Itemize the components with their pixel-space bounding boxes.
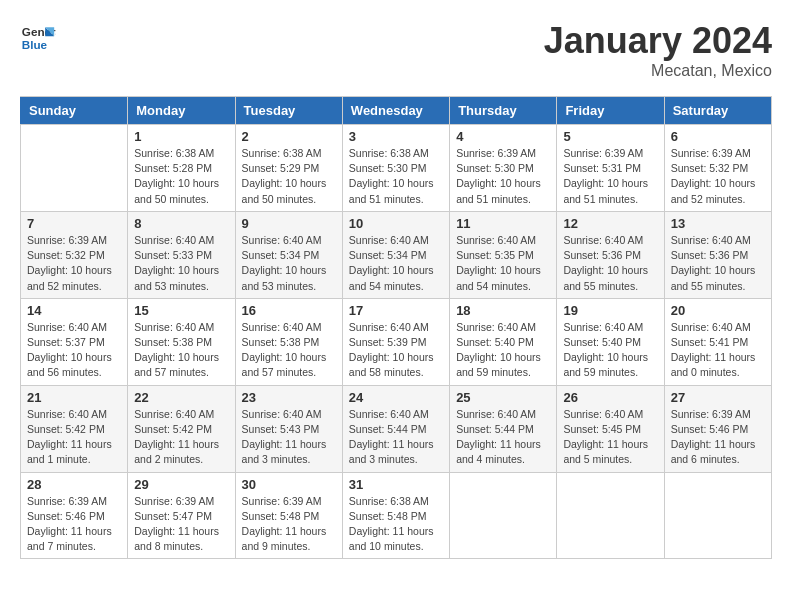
calendar-cell: 31Sunrise: 6:38 AM Sunset: 5:48 PM Dayli…: [342, 472, 449, 559]
calendar-header-row: SundayMondayTuesdayWednesdayThursdayFrid…: [21, 97, 772, 125]
calendar-week-3: 14Sunrise: 6:40 AM Sunset: 5:37 PM Dayli…: [21, 298, 772, 385]
day-info: Sunrise: 6:40 AM Sunset: 5:38 PM Dayligh…: [134, 320, 228, 381]
day-info: Sunrise: 6:40 AM Sunset: 5:34 PM Dayligh…: [349, 233, 443, 294]
calendar-body: 1Sunrise: 6:38 AM Sunset: 5:28 PM Daylig…: [21, 125, 772, 559]
day-info: Sunrise: 6:40 AM Sunset: 5:45 PM Dayligh…: [563, 407, 657, 468]
day-info: Sunrise: 6:39 AM Sunset: 5:31 PM Dayligh…: [563, 146, 657, 207]
day-info: Sunrise: 6:39 AM Sunset: 5:47 PM Dayligh…: [134, 494, 228, 555]
calendar-cell: 3Sunrise: 6:38 AM Sunset: 5:30 PM Daylig…: [342, 125, 449, 212]
day-number: 25: [456, 390, 550, 405]
weekday-header-friday: Friday: [557, 97, 664, 125]
calendar-cell: 14Sunrise: 6:40 AM Sunset: 5:37 PM Dayli…: [21, 298, 128, 385]
day-number: 10: [349, 216, 443, 231]
day-info: Sunrise: 6:39 AM Sunset: 5:30 PM Dayligh…: [456, 146, 550, 207]
calendar-cell: 5Sunrise: 6:39 AM Sunset: 5:31 PM Daylig…: [557, 125, 664, 212]
calendar-cell: 9Sunrise: 6:40 AM Sunset: 5:34 PM Daylig…: [235, 211, 342, 298]
day-number: 1: [134, 129, 228, 144]
day-number: 3: [349, 129, 443, 144]
logo: General Blue: [20, 20, 56, 56]
day-info: Sunrise: 6:40 AM Sunset: 5:44 PM Dayligh…: [349, 407, 443, 468]
day-number: 27: [671, 390, 765, 405]
day-info: Sunrise: 6:40 AM Sunset: 5:38 PM Dayligh…: [242, 320, 336, 381]
calendar-cell: 28Sunrise: 6:39 AM Sunset: 5:46 PM Dayli…: [21, 472, 128, 559]
calendar-week-1: 1Sunrise: 6:38 AM Sunset: 5:28 PM Daylig…: [21, 125, 772, 212]
calendar-cell: [450, 472, 557, 559]
calendar-cell: 7Sunrise: 6:39 AM Sunset: 5:32 PM Daylig…: [21, 211, 128, 298]
weekday-header-monday: Monday: [128, 97, 235, 125]
location: Mecatan, Mexico: [544, 62, 772, 80]
calendar-cell: 20Sunrise: 6:40 AM Sunset: 5:41 PM Dayli…: [664, 298, 771, 385]
day-info: Sunrise: 6:38 AM Sunset: 5:28 PM Dayligh…: [134, 146, 228, 207]
day-number: 15: [134, 303, 228, 318]
calendar-cell: 17Sunrise: 6:40 AM Sunset: 5:39 PM Dayli…: [342, 298, 449, 385]
calendar-cell: 22Sunrise: 6:40 AM Sunset: 5:42 PM Dayli…: [128, 385, 235, 472]
day-number: 26: [563, 390, 657, 405]
day-number: 20: [671, 303, 765, 318]
calendar-cell: 11Sunrise: 6:40 AM Sunset: 5:35 PM Dayli…: [450, 211, 557, 298]
day-info: Sunrise: 6:40 AM Sunset: 5:40 PM Dayligh…: [456, 320, 550, 381]
day-info: Sunrise: 6:39 AM Sunset: 5:48 PM Dayligh…: [242, 494, 336, 555]
weekday-header-thursday: Thursday: [450, 97, 557, 125]
day-number: 19: [563, 303, 657, 318]
day-number: 17: [349, 303, 443, 318]
day-number: 29: [134, 477, 228, 492]
calendar-cell: 27Sunrise: 6:39 AM Sunset: 5:46 PM Dayli…: [664, 385, 771, 472]
day-number: 28: [27, 477, 121, 492]
day-number: 13: [671, 216, 765, 231]
calendar-cell: 2Sunrise: 6:38 AM Sunset: 5:29 PM Daylig…: [235, 125, 342, 212]
calendar-cell: 4Sunrise: 6:39 AM Sunset: 5:30 PM Daylig…: [450, 125, 557, 212]
day-number: 11: [456, 216, 550, 231]
day-number: 21: [27, 390, 121, 405]
calendar-cell: 13Sunrise: 6:40 AM Sunset: 5:36 PM Dayli…: [664, 211, 771, 298]
calendar-cell: [21, 125, 128, 212]
calendar-cell: 30Sunrise: 6:39 AM Sunset: 5:48 PM Dayli…: [235, 472, 342, 559]
day-info: Sunrise: 6:40 AM Sunset: 5:35 PM Dayligh…: [456, 233, 550, 294]
calendar-week-4: 21Sunrise: 6:40 AM Sunset: 5:42 PM Dayli…: [21, 385, 772, 472]
day-info: Sunrise: 6:40 AM Sunset: 5:40 PM Dayligh…: [563, 320, 657, 381]
day-info: Sunrise: 6:38 AM Sunset: 5:29 PM Dayligh…: [242, 146, 336, 207]
day-info: Sunrise: 6:40 AM Sunset: 5:36 PM Dayligh…: [563, 233, 657, 294]
calendar-week-2: 7Sunrise: 6:39 AM Sunset: 5:32 PM Daylig…: [21, 211, 772, 298]
calendar-cell: 16Sunrise: 6:40 AM Sunset: 5:38 PM Dayli…: [235, 298, 342, 385]
calendar-cell: 29Sunrise: 6:39 AM Sunset: 5:47 PM Dayli…: [128, 472, 235, 559]
day-info: Sunrise: 6:40 AM Sunset: 5:42 PM Dayligh…: [27, 407, 121, 468]
day-number: 4: [456, 129, 550, 144]
day-info: Sunrise: 6:40 AM Sunset: 5:34 PM Dayligh…: [242, 233, 336, 294]
weekday-header-sunday: Sunday: [21, 97, 128, 125]
calendar-cell: 10Sunrise: 6:40 AM Sunset: 5:34 PM Dayli…: [342, 211, 449, 298]
calendar-cell: 6Sunrise: 6:39 AM Sunset: 5:32 PM Daylig…: [664, 125, 771, 212]
day-number: 30: [242, 477, 336, 492]
calendar-cell: 25Sunrise: 6:40 AM Sunset: 5:44 PM Dayli…: [450, 385, 557, 472]
weekday-header-wednesday: Wednesday: [342, 97, 449, 125]
calendar-cell: [557, 472, 664, 559]
day-number: 14: [27, 303, 121, 318]
calendar-cell: 15Sunrise: 6:40 AM Sunset: 5:38 PM Dayli…: [128, 298, 235, 385]
day-number: 5: [563, 129, 657, 144]
calendar-cell: 12Sunrise: 6:40 AM Sunset: 5:36 PM Dayli…: [557, 211, 664, 298]
calendar-cell: 21Sunrise: 6:40 AM Sunset: 5:42 PM Dayli…: [21, 385, 128, 472]
day-info: Sunrise: 6:40 AM Sunset: 5:43 PM Dayligh…: [242, 407, 336, 468]
day-info: Sunrise: 6:39 AM Sunset: 5:32 PM Dayligh…: [671, 146, 765, 207]
day-number: 16: [242, 303, 336, 318]
month-title: January 2024: [544, 20, 772, 62]
day-info: Sunrise: 6:40 AM Sunset: 5:42 PM Dayligh…: [134, 407, 228, 468]
calendar-cell: 18Sunrise: 6:40 AM Sunset: 5:40 PM Dayli…: [450, 298, 557, 385]
day-number: 7: [27, 216, 121, 231]
calendar-cell: 8Sunrise: 6:40 AM Sunset: 5:33 PM Daylig…: [128, 211, 235, 298]
day-number: 2: [242, 129, 336, 144]
day-number: 8: [134, 216, 228, 231]
calendar-week-5: 28Sunrise: 6:39 AM Sunset: 5:46 PM Dayli…: [21, 472, 772, 559]
day-info: Sunrise: 6:39 AM Sunset: 5:46 PM Dayligh…: [671, 407, 765, 468]
day-info: Sunrise: 6:40 AM Sunset: 5:36 PM Dayligh…: [671, 233, 765, 294]
day-number: 12: [563, 216, 657, 231]
day-info: Sunrise: 6:38 AM Sunset: 5:48 PM Dayligh…: [349, 494, 443, 555]
calendar-cell: 24Sunrise: 6:40 AM Sunset: 5:44 PM Dayli…: [342, 385, 449, 472]
day-number: 23: [242, 390, 336, 405]
calendar-cell: 23Sunrise: 6:40 AM Sunset: 5:43 PM Dayli…: [235, 385, 342, 472]
calendar-cell: [664, 472, 771, 559]
logo-icon: General Blue: [20, 20, 56, 56]
weekday-header-saturday: Saturday: [664, 97, 771, 125]
title-area: January 2024 Mecatan, Mexico: [544, 20, 772, 80]
day-info: Sunrise: 6:40 AM Sunset: 5:39 PM Dayligh…: [349, 320, 443, 381]
page-header: General Blue January 2024 Mecatan, Mexic…: [20, 20, 772, 80]
